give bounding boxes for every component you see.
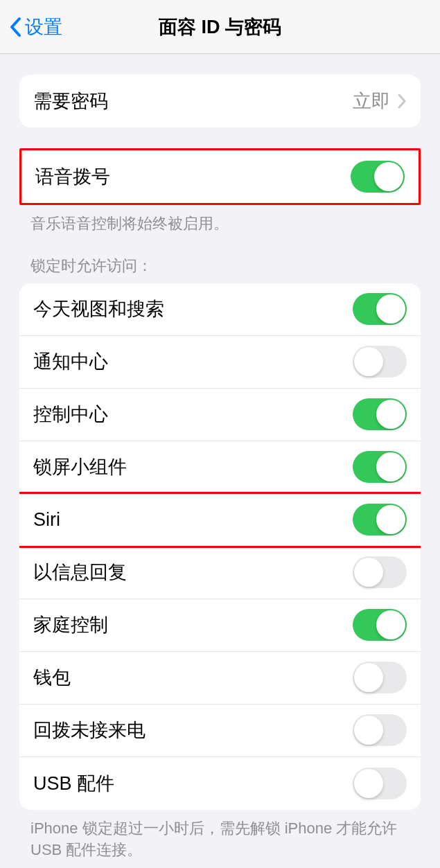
usb-footer: iPhone 锁定超过一小时后，需先解锁 iPhone 才能允许 USB 配件连… (0, 810, 440, 861)
lock-item-toggle[interactable] (353, 662, 407, 693)
voice-dial-label: 语音拨号 (35, 164, 351, 189)
chevron-back-icon (8, 16, 22, 38)
lock-item-row: 家庭控制 (19, 599, 421, 652)
toggle-knob (376, 610, 405, 639)
lock-item-toggle[interactable] (353, 609, 407, 641)
lock-item-label: 控制中心 (33, 402, 353, 427)
require-passcode-label: 需要密码 (33, 89, 353, 114)
voice-dial-toggle[interactable] (351, 161, 405, 193)
toggle-knob (376, 400, 405, 429)
lock-item-row: 回拨未接来电 (19, 705, 421, 757)
lock-item-label: 回拨未接来电 (33, 718, 353, 743)
lock-item-toggle[interactable] (353, 451, 407, 483)
lock-item-toggle[interactable] (353, 768, 407, 799)
navigation-header: 设置 面容 ID 与密码 (0, 0, 440, 54)
lock-item-toggle[interactable] (353, 346, 407, 378)
toggle-knob (354, 663, 383, 692)
lock-item-label: USB 配件 (33, 771, 353, 796)
voice-dial-highlight: 语音拨号 (19, 148, 421, 205)
require-passcode-group: 需要密码 立即 (19, 75, 421, 127)
toggle-knob (354, 347, 383, 376)
lock-item-label: 锁屏小组件 (33, 454, 353, 479)
toggle-knob (376, 505, 405, 534)
lock-item-toggle[interactable] (353, 293, 407, 325)
lock-item-label: 今天视图和搜索 (33, 296, 353, 321)
lock-item-toggle[interactable] (353, 556, 407, 588)
toggle-knob (374, 162, 403, 191)
lock-item-row: 锁屏小组件 (19, 441, 421, 494)
voice-dial-footer: 音乐语音控制将始终被启用。 (0, 205, 440, 235)
lock-item-row: 通知中心 (19, 336, 421, 389)
toggle-knob (376, 452, 405, 481)
voice-dial-row: 语音拨号 (21, 150, 419, 203)
require-passcode-row[interactable]: 需要密码 立即 (19, 75, 421, 127)
lock-item-toggle[interactable] (353, 714, 407, 746)
lock-item-label: 以信息回复 (33, 560, 353, 585)
lock-item-row: Siri (19, 494, 421, 547)
lock-item-toggle[interactable] (353, 398, 407, 430)
lock-item-label: 钱包 (33, 665, 353, 690)
back-label: 设置 (25, 15, 62, 39)
toggle-knob (354, 769, 383, 798)
lock-item-row: 控制中心 (19, 389, 421, 441)
lock-section-header: 锁定时允许访问： (0, 235, 440, 283)
lock-item-label: Siri (33, 509, 353, 531)
toggle-knob (354, 558, 383, 587)
voice-dial-group: 语音拨号 (21, 150, 419, 203)
chevron-right-icon (397, 94, 407, 109)
lock-item-row: 今天视图和搜索 (19, 283, 421, 336)
lock-item-label: 家庭控制 (33, 612, 353, 637)
lock-item-label: 通知中心 (33, 349, 353, 374)
lock-item-row: USB 配件 (19, 757, 421, 810)
toggle-knob (354, 716, 383, 745)
lock-item-row: 钱包 (19, 652, 421, 705)
require-passcode-value: 立即 (353, 89, 390, 114)
toggle-knob (376, 294, 405, 324)
lock-item-row: 以信息回复 (19, 547, 421, 599)
page-title: 面容 ID 与密码 (0, 15, 440, 39)
back-button[interactable]: 设置 (0, 15, 62, 39)
lock-item-toggle[interactable] (353, 504, 407, 535)
lock-screen-access-group: 今天视图和搜索通知中心控制中心锁屏小组件Siri以信息回复家庭控制钱包回拨未接来… (19, 283, 421, 810)
